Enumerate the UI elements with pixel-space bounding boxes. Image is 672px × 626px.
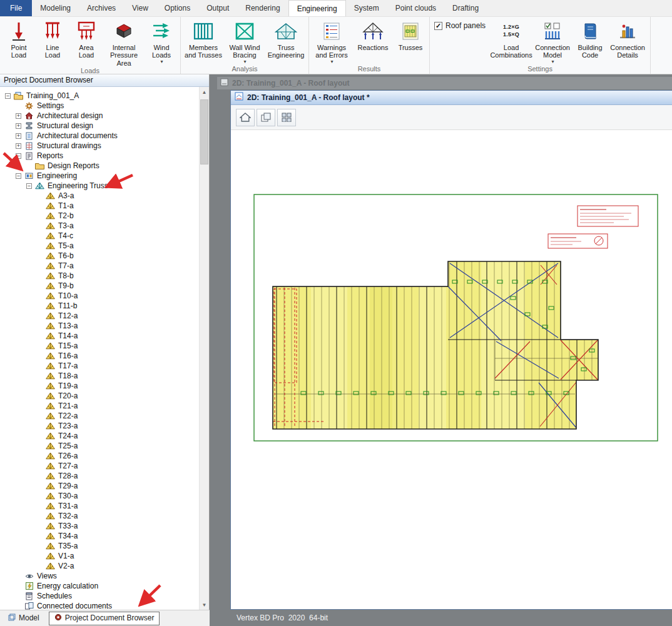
expand-icon[interactable]: +: [16, 143, 21, 149]
tree-item-t9-b[interactable]: T9-b: [0, 281, 209, 291]
reactions-button[interactable]: Reactions: [352, 18, 394, 51]
ribbon-tab-system[interactable]: System: [346, 0, 387, 16]
tree-item-t20-a[interactable]: T20-a: [0, 391, 209, 401]
tree-item-t32-a[interactable]: T32-a: [0, 511, 209, 521]
members-and-trusses-button[interactable]: Membersand Trusses: [183, 18, 224, 59]
tree-item-t19-a[interactable]: T19-a: [0, 381, 209, 391]
tree-item-t34-a[interactable]: T34-a: [0, 531, 209, 541]
tree-item-engineering-truss[interactable]: −Engineering Truss: [0, 181, 209, 191]
point-load-button[interactable]: PointLoad: [2, 18, 36, 59]
tree-item-t2-b[interactable]: T2-b: [0, 211, 209, 221]
tree-item-t7-a[interactable]: T7-a: [0, 261, 209, 271]
collapse-icon[interactable]: −: [26, 183, 32, 189]
scroll-up-button[interactable]: ▲: [200, 87, 209, 97]
connection-model-button[interactable]: ConnectionModel▾: [532, 18, 573, 65]
expand-icon[interactable]: +: [16, 123, 21, 129]
tree-item-t25-a[interactable]: T25-a: [0, 441, 209, 451]
tree-item-t31-a[interactable]: T31-a: [0, 501, 209, 511]
tree-item-t28-a[interactable]: T28-a: [0, 471, 209, 481]
tree-item-a3-a[interactable]: A3-a: [0, 191, 209, 201]
tree-item-t3-a[interactable]: T3-a: [0, 221, 209, 231]
collapse-icon[interactable]: −: [16, 153, 21, 159]
collapse-icon[interactable]: −: [16, 173, 21, 179]
expand-icon[interactable]: +: [16, 113, 21, 119]
tree-item-architectural-design[interactable]: +Architectural design: [0, 111, 209, 121]
wall-wind-bracing-button[interactable]: Wall WindBracing▾: [224, 18, 265, 65]
internal-pressure-area-button[interactable]: InternalPressure Area: [103, 18, 145, 67]
trusses-button[interactable]: Trusses: [394, 18, 427, 51]
warnings-and-errors-button[interactable]: Warningsand Errors▾: [311, 18, 352, 65]
tree-item-schedules[interactable]: Schedules: [0, 591, 209, 601]
tree-item-training-001-a[interactable]: −Training_001_A: [0, 91, 209, 101]
tab-model[interactable]: Model: [3, 612, 45, 625]
ribbon-tab-engineering[interactable]: Engineering: [288, 0, 346, 16]
tree-item-t5-a[interactable]: T5-a: [0, 241, 209, 251]
building-code-button[interactable]: BuildingCode: [573, 18, 607, 59]
tree-item-t18-a[interactable]: T18-a: [0, 371, 209, 381]
tree-item-t21-a[interactable]: T21-a: [0, 401, 209, 411]
tree-item-t14-a[interactable]: T14-a: [0, 331, 209, 341]
tree-item-t17-a[interactable]: T17-a: [0, 361, 209, 371]
scroll-down-button[interactable]: ▼: [200, 600, 209, 610]
tab-project-document-browser[interactable]: Project Document Browser: [49, 612, 160, 625]
tree-item-t35-a[interactable]: T35-a: [0, 541, 209, 551]
roof-view-button[interactable]: [236, 109, 255, 126]
tree-scrollbar[interactable]: ▲ ▼: [199, 87, 209, 610]
tree-item-t16-a[interactable]: T16-a: [0, 351, 209, 361]
tree-item-t12-a[interactable]: T12-a: [0, 311, 209, 321]
tree-item-design-reports[interactable]: Design Reports: [0, 161, 209, 171]
ribbon-tab-output[interactable]: Output: [198, 0, 237, 16]
tree-item-v2-a[interactable]: V2-a: [0, 561, 209, 571]
inactive-window-title-bar[interactable]: 2D: Training_001_A - Roof layout: [217, 77, 672, 89]
tree-item-views[interactable]: Views: [0, 571, 209, 581]
tree-item-t33-a[interactable]: T33-a: [0, 521, 209, 531]
tree-item-v1-a[interactable]: V1-a: [0, 551, 209, 561]
grid-view-button[interactable]: [277, 109, 296, 126]
collapse-icon[interactable]: −: [5, 93, 11, 99]
tree-item-t11-b[interactable]: T11-b: [0, 301, 209, 311]
tree-item-t23-a[interactable]: T23-a: [0, 421, 209, 431]
ribbon-tab-point-clouds[interactable]: Point clouds: [387, 0, 444, 16]
tree-item-engineering[interactable]: −Engineering: [0, 171, 209, 181]
ribbon-tab-file[interactable]: File: [0, 0, 32, 16]
roof-layout-drawing[interactable]: [231, 130, 672, 609]
wind-loads-button[interactable]: WindLoads▾: [145, 18, 178, 65]
tree-item-t10-a[interactable]: T10-a: [0, 291, 209, 301]
tree-item-t6-b[interactable]: T6-b: [0, 251, 209, 261]
tree-item-t8-b[interactable]: T8-b: [0, 271, 209, 281]
connection-details-button[interactable]: ConnectionDetails: [607, 18, 648, 59]
tree-item-t1-a[interactable]: T1-a: [0, 201, 209, 211]
cascade-windows-button[interactable]: [257, 109, 275, 126]
drawing-canvas[interactable]: [231, 130, 672, 609]
ribbon-tab-archives[interactable]: Archives: [79, 0, 124, 16]
line-load-button[interactable]: LineLoad: [36, 18, 69, 59]
tree-item-energy-calculation[interactable]: Energy calculation: [0, 581, 209, 591]
roof-panels-checkbox[interactable]: ✓ Roof panels: [434, 21, 486, 30]
ribbon-tab-modeling[interactable]: Modeling: [32, 0, 79, 16]
tree-item-t29-a[interactable]: T29-a: [0, 481, 209, 491]
truss-engineering-button[interactable]: TrussEngineering: [265, 18, 307, 59]
tree-item-connected-documents[interactable]: Connected documents: [0, 601, 209, 610]
tree-item-architectural-documents[interactable]: +Architectural documents: [0, 131, 209, 141]
expand-icon[interactable]: +: [16, 133, 21, 139]
tree-item-t15-a[interactable]: T15-a: [0, 341, 209, 351]
tree-item-t27-a[interactable]: T27-a: [0, 461, 209, 471]
tree-item-structural-design[interactable]: +Structural design: [0, 121, 209, 131]
ribbon-tab-drafting[interactable]: Drafting: [444, 0, 487, 16]
ribbon-tab-rendering[interactable]: Rendering: [237, 0, 288, 16]
tree-item-t13-a[interactable]: T13-a: [0, 321, 209, 331]
tree-item-t30-a[interactable]: T30-a: [0, 491, 209, 501]
tree-item-t22-a[interactable]: T22-a: [0, 411, 209, 421]
tree-item-structural-drawings[interactable]: +Structural drawings: [0, 141, 209, 151]
tree-item-t4-c[interactable]: T4-c: [0, 231, 209, 241]
tree-item-reports[interactable]: −Reports: [0, 151, 209, 161]
tree-item-t26-a[interactable]: T26-a: [0, 451, 209, 461]
tree-item-t24-a[interactable]: T24-a: [0, 431, 209, 441]
area-load-button[interactable]: AreaLoad: [69, 18, 103, 59]
ribbon-tab-options[interactable]: Options: [156, 0, 198, 16]
ribbon-tab-view[interactable]: View: [124, 0, 156, 16]
tree-item-settings[interactable]: Settings: [0, 101, 209, 111]
document-title-bar[interactable]: 2D: Training_001_A - Roof layout *: [231, 91, 672, 105]
scroll-thumb[interactable]: [200, 99, 208, 164]
load-combinations-button[interactable]: 1.2×G1.5×Q LoadCombinations: [491, 18, 532, 59]
